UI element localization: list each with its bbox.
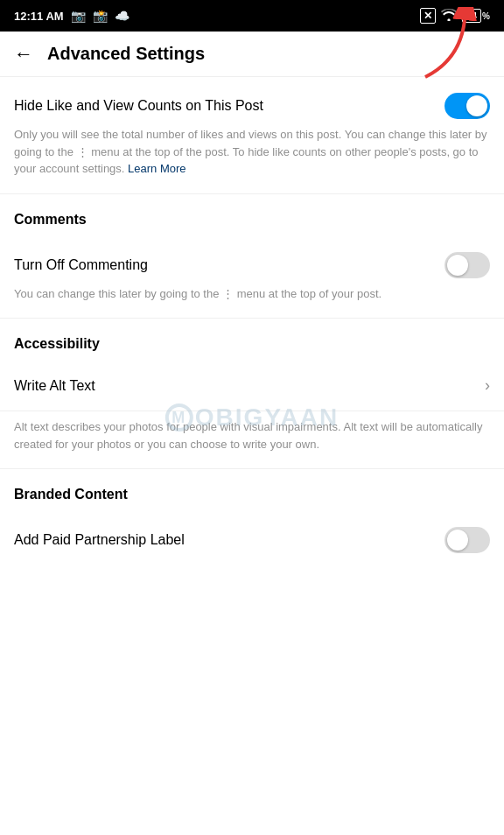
branded-content-section-header: Branded Content <box>0 469 504 511</box>
partnership-toggle-track[interactable] <box>444 527 490 553</box>
partnership-toggle-thumb <box>447 530 468 551</box>
settings-content: Hide Like and View Counts on This Post O… <box>0 77 504 569</box>
partnership-toggle[interactable] <box>444 527 490 553</box>
cloud-icon: ☁️ <box>115 9 130 23</box>
app-header: ← Advanced Settings <box>0 32 504 77</box>
turn-off-commenting-toggle-track[interactable] <box>444 252 490 278</box>
accessibility-section-header: Accessibility <box>0 319 504 361</box>
write-alt-text-row[interactable]: Write Alt Text › <box>0 361 504 411</box>
partnership-label: Add Paid Partnership Label <box>14 532 444 548</box>
hide-likes-toggle[interactable] <box>444 93 490 119</box>
turn-off-commenting-row: Turn Off Commenting <box>0 236 504 278</box>
turn-off-commenting-toggle-thumb <box>447 255 468 276</box>
battery-icon: 44 % <box>462 9 490 23</box>
write-alt-text-label: Write Alt Text <box>14 378 485 394</box>
status-bar: 12:11 AM 📷 📸 ☁️ ✕ 44 % <box>0 0 504 32</box>
hide-likes-section: Hide Like and View Counts on This Post <box>0 77 504 119</box>
back-button[interactable]: ← <box>14 45 33 64</box>
instagram-icon: 📷 <box>71 9 86 23</box>
instagram-icon-2: 📸 <box>93 9 108 23</box>
close-icon: ✕ <box>420 8 436 24</box>
turn-off-commenting-toggle[interactable] <box>444 252 490 278</box>
hide-likes-label: Hide Like and View Counts on This Post <box>14 98 444 114</box>
learn-more-link[interactable]: Learn More <box>128 162 186 175</box>
status-left: 12:11 AM 📷 📸 ☁️ <box>14 9 130 23</box>
alt-text-description: Alt text describes your photos for peopl… <box>0 411 504 469</box>
turn-off-commenting-label: Turn Off Commenting <box>14 257 444 273</box>
time: 12:11 AM <box>14 10 64 23</box>
status-right: ✕ 44 % <box>420 8 490 24</box>
partnership-label-row: Add Paid Partnership Label <box>0 511 504 569</box>
commenting-description: You can change this later by going to th… <box>0 278 504 319</box>
hide-likes-description: Only you will see the total number of li… <box>0 119 504 194</box>
chevron-right-icon: › <box>485 376 490 395</box>
comments-section-header: Comments <box>0 194 504 236</box>
hide-likes-row: Hide Like and View Counts on This Post <box>0 77 504 119</box>
page-title: Advanced Settings <box>47 44 205 64</box>
wifi-icon <box>441 9 457 24</box>
hide-likes-toggle-thumb <box>466 95 487 116</box>
hide-likes-toggle-track[interactable] <box>444 93 490 119</box>
